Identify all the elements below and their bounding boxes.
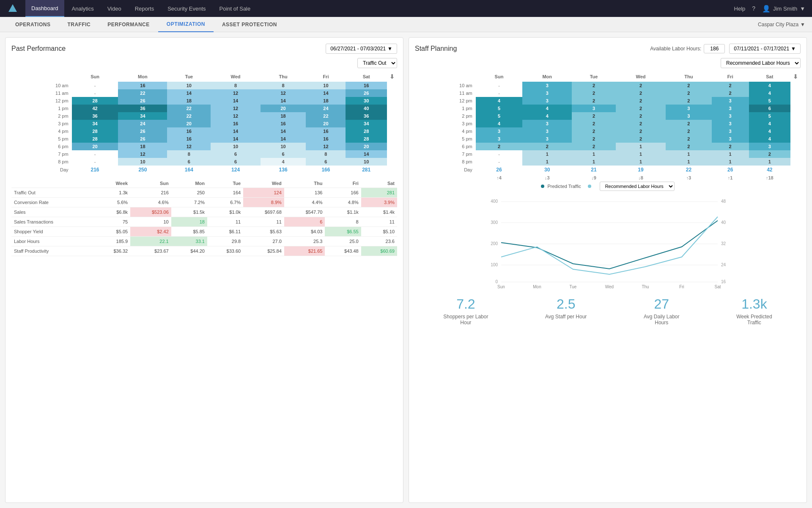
svg-text:Fri: Fri: [679, 284, 684, 288]
sp-header-sat: Sat: [749, 72, 790, 82]
pp-download-icon[interactable]: ⬇: [390, 73, 395, 80]
nav-item-dashboard[interactable]: Dashboard: [25, 0, 64, 17]
sp-day-total-0: 26: [476, 166, 523, 174]
pp-day-label: Day: [11, 166, 72, 174]
sp-day-total-6: 42: [749, 166, 790, 174]
legend-labor-select[interactable]: Recommended Labor Hours: [600, 182, 675, 191]
nav-item-pos[interactable]: Point of Sale: [214, 0, 257, 17]
pp-cell-3-3: 12: [211, 105, 260, 112]
kpi-avg-daily-labor: 27 Avg Daily LaborHours: [644, 296, 680, 326]
summary-cell-1-6: 3.9%: [361, 198, 397, 207]
summary-week-2: $6.8k: [94, 207, 130, 217]
nav-item-security[interactable]: Security Events: [162, 0, 211, 17]
pp-cell-3-2: 22: [167, 105, 211, 112]
pp-row-label-2: 12 pm: [11, 97, 72, 105]
sub-nav-traffic[interactable]: TRAFFIC: [59, 17, 99, 32]
sp-type-select[interactable]: Recommended Labor Hours: [721, 58, 801, 68]
sp-cell-0-2: 2: [572, 82, 616, 89]
summary-cell-6-0: $23.67: [130, 246, 171, 256]
location-name: Caspar City Plaza: [758, 22, 798, 28]
pp-cell-6-6: 28: [346, 127, 387, 135]
sp-cell-3-3: 2: [616, 105, 666, 112]
sp-cell-9-5: 1: [712, 150, 749, 158]
sp-date-range-text: 07/11/2021 - 07/17/2021: [734, 46, 789, 52]
pp-header-sun: Sun: [72, 72, 118, 82]
kpi-avg-staff-value: 2.5: [545, 296, 587, 312]
location-selector[interactable]: Caspar City Plaza ▼: [758, 22, 805, 28]
sub-nav-optimization[interactable]: OPTIMIZATION: [158, 17, 214, 32]
pp-header-mon: Mon: [118, 72, 167, 82]
pp-header-fri: Fri: [306, 72, 346, 82]
nav-item-video[interactable]: Video: [102, 0, 127, 17]
svg-text:Thu: Thu: [642, 284, 649, 288]
sp-cell-8-1: 2: [522, 143, 572, 150]
kpi-avg-staff: 2.5 Avg Staff per Hour: [545, 296, 587, 326]
pp-cell-4-1: 34: [118, 112, 167, 120]
sp-cell-3-6: 6: [749, 105, 790, 112]
past-performance-title: Past Performance: [11, 45, 66, 52]
summary-col-wed: Wed: [243, 179, 284, 188]
pp-cell-10-2: 6: [167, 158, 211, 166]
summary-cell-0-6: 281: [361, 188, 397, 198]
sp-day-total-2: 21: [572, 166, 616, 174]
pp-cell-6-2: 16: [167, 127, 211, 135]
summary-col-week: Week: [94, 179, 130, 188]
sp-cell-4-6: 5: [749, 112, 790, 120]
sub-nav-operations[interactable]: OPERATIONS: [7, 17, 59, 32]
summary-col-sat: Sat: [361, 179, 397, 188]
sp-row-label-2: 12 pm: [415, 97, 476, 105]
legend-traffic-label: Predicted Traffic: [547, 184, 581, 189]
sp-cell-3-5: 3: [712, 105, 749, 112]
summary-cell-0-2: 164: [207, 188, 243, 198]
summary-week-6: $36.32: [94, 246, 130, 256]
sub-nav-asset[interactable]: ASSET PROTECTION: [214, 17, 285, 32]
svg-text:100: 100: [491, 262, 498, 267]
sp-row-label-5: 3 pm: [415, 120, 476, 127]
traffic-type-select[interactable]: Traffic Out: [357, 58, 397, 68]
staff-planning-date-range[interactable]: 07/11/2021 - 07/17/2021 ▼: [729, 44, 801, 54]
summary-col-sun: Sun: [130, 179, 171, 188]
labor-hours-input[interactable]: [704, 44, 725, 53]
summary-cell-4-6: $5.10: [361, 227, 397, 237]
summary-cell-3-5: 8: [325, 217, 361, 227]
summary-cell-3-3: 11: [243, 217, 284, 227]
pp-cell-9-1: 12: [118, 150, 167, 158]
nav-item-reports[interactable]: Reports: [129, 0, 160, 17]
sp-download-icon[interactable]: ⬇: [793, 73, 798, 80]
summary-label-1: Conversion Rate: [11, 198, 94, 207]
sp-cell-1-1: 3: [522, 89, 572, 97]
summary-week-1: 5.6%: [94, 198, 130, 207]
pp-cell-7-0: 28: [72, 135, 118, 143]
pp-cell-2-4: 14: [261, 97, 306, 105]
summary-cell-0-4: 136: [284, 188, 325, 198]
pp-cell-3-0: 42: [72, 105, 118, 112]
user-menu[interactable]: 👤 Jim Smith ▼: [762, 5, 805, 13]
sp-cell-8-4: 2: [666, 143, 712, 150]
kpi-avg-daily-label: Avg Daily LaborHours: [644, 314, 680, 326]
sp-header-mon: Mon: [522, 72, 572, 82]
summary-cell-0-1: 250: [171, 188, 207, 198]
svg-text:400: 400: [491, 199, 498, 204]
help-link[interactable]: Help: [734, 6, 746, 12]
past-performance-date-range[interactable]: 06/27/2021 - 07/03/2021 ▼: [326, 44, 397, 54]
pp-cell-7-2: 16: [167, 135, 211, 143]
pp-cell-7-3: 14: [211, 135, 260, 143]
sp-cell-4-0: 5: [476, 112, 523, 120]
pp-cell-0-5: 10: [306, 82, 346, 89]
kpi-shoppers-value: 7.2: [443, 296, 488, 312]
pp-cell-0-4: 8: [261, 82, 306, 89]
pp-cell-1-5: 14: [306, 89, 346, 97]
pp-cell-8-1: 18: [118, 143, 167, 150]
summary-label-3: Sales Transactions: [11, 217, 94, 227]
sp-cell-9-4: 1: [666, 150, 712, 158]
summary-week-5: 185.9: [94, 237, 130, 246]
svg-text:300: 300: [491, 220, 498, 225]
pp-cell-1-1: 22: [118, 89, 167, 97]
sp-cell-6-6: 4: [749, 127, 790, 135]
sp-cell-7-5: 3: [712, 135, 749, 143]
summary-cell-4-0: $2.42: [130, 227, 171, 237]
sub-nav-performance[interactable]: PERFORMANCE: [99, 17, 158, 32]
pp-cell-6-1: 26: [118, 127, 167, 135]
legend-dot-labor: [588, 185, 591, 188]
nav-item-analytics[interactable]: Analytics: [66, 0, 100, 17]
